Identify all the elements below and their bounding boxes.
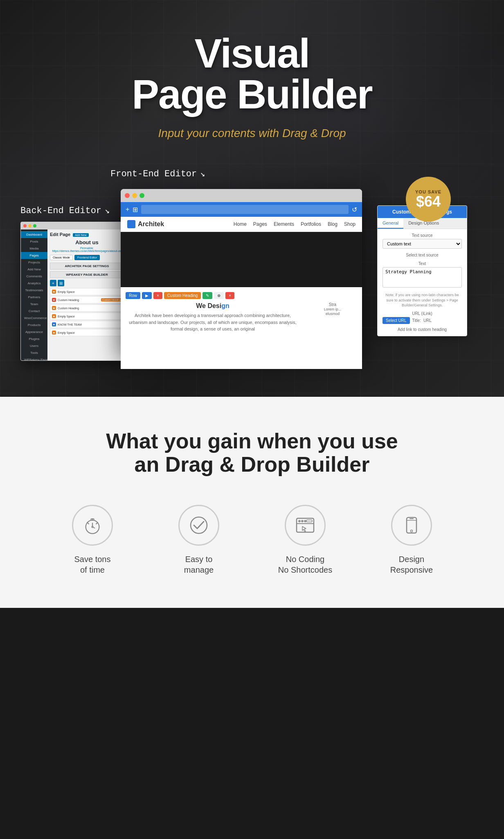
wp-item-label-4: Empty Space [58,315,75,318]
panel-tab-general[interactable]: General [378,218,403,229]
url-link-label: Add link to custom heading [382,327,462,332]
wp-builder-grid-btn[interactable]: ⊞ [58,280,64,286]
wp-sidebar-team[interactable]: Team [21,301,47,308]
browser-dot-green [140,193,144,198]
wp-sidebar-plugins[interactable]: Plugins [21,335,47,342]
wp-dot-red [23,224,27,227]
wp-sidebar-partners[interactable]: Partners [21,294,47,301]
browser-toolbar: + ⊞ ↺ [121,202,362,217]
browser-cursor-icon [295,515,315,535]
hero-title: Visual Page Builder [16,33,488,115]
wp-sidebar-add-new[interactable]: Add New [21,266,47,273]
browser-nav-menu: Home Pages Elements Portfolios Blog Shop [234,221,356,227]
wp-sidebar-posts[interactable]: Posts [21,238,47,245]
features-grid: Save tonsof time Easy tomanage [16,505,488,575]
site-logo: Architek [127,220,164,228]
browser-grid-icon: ⊞ [133,206,138,214]
editors-container: Front-End Editor Back-End Editor YOU SAV… [16,164,488,369]
toolbar-row-btn[interactable]: Row [126,292,140,299]
nav-elements[interactable]: Elements [274,221,294,227]
wp-item-label-3: Custom Heading [58,307,79,310]
wp-sidebar-media[interactable]: Media [21,245,47,252]
panel-body: Text source Custom text Select text sour… [378,229,467,336]
wp-sidebar-woocommerce[interactable]: WooCommerce [21,315,47,322]
svg-rect-16 [407,517,416,533]
wp-frontend-editor-btn[interactable]: Frontend Editor [74,255,100,260]
toolbar-edit-btn[interactable]: ✎ [202,292,212,299]
url-value: URL [423,318,432,323]
wp-architek-settings-label: ARCHITEK PAGE SETTINGS [50,263,124,270]
wp-dot-yellow [28,224,32,227]
wp-add-new-btn[interactable]: Add New [73,233,88,237]
wp-item-icon-1: ■ [52,290,56,294]
nav-pages[interactable]: Pages [253,221,267,227]
url-title-label: Title: [412,318,421,323]
wp-sidebar-contact[interactable]: Contact [21,308,47,315]
svg-point-11 [302,520,303,522]
wp-sidebar-products[interactable]: Products [21,322,47,328]
wp-sidebar-testimonials[interactable]: Testimonials [21,287,47,294]
nav-shop[interactable]: Shop [344,221,356,227]
feature-design-responsive: DesignResponsive [371,505,452,575]
save-badge-amount: $64 [416,194,441,209]
gain-section: What you gain when you use an Drag & Dro… [0,397,504,608]
wp-item-icon-3: ■ [52,306,56,310]
wp-builder-item-2: ■ Custom Heading Custom Heading [50,296,124,304]
nav-portfolios[interactable]: Portfolios [301,221,321,227]
wp-sidebar-pages[interactable]: Pages [21,252,47,259]
toolbar-add-btn[interactable]: ⊕ [214,292,224,299]
wp-sidebar-users[interactable]: Users [21,342,47,349]
textarea-text[interactable]: Strategy Planning [382,267,462,288]
heading-settings-panel: Custom Heading Settings General Design O… [377,205,467,336]
svg-line-3 [87,523,89,524]
wp-builder-toolbar: + ⊞ [50,280,124,286]
gain-title: What you gain when you use an Drag & Dro… [16,430,488,476]
wp-sidebar-appearance[interactable]: Appearance [21,328,47,335]
save-badge: YOU SAVE $64 [406,177,451,222]
wp-sidebar-projects[interactable]: Projects [21,259,47,266]
wp-item-icon-5: ■ [52,322,56,326]
editing-page-title: We Design [126,302,300,310]
wp-sidebar-comments[interactable]: Comments [21,273,47,280]
wp-item-label-1: Empty Space [58,290,75,293]
toolbar-close-btn[interactable]: × [225,292,234,299]
wp-item-label-2: Custom Heading [58,299,79,301]
panel-note: Note: if you are using non-latin charact… [382,292,462,308]
nav-blog[interactable]: Blog [328,221,338,227]
toolbar-play-btn[interactable]: ▶ [142,292,152,299]
wp-about-us: About us [50,239,124,245]
checkmark-icon [189,515,209,535]
feature-no-coding-label: No CodingNo Shortcodes [278,554,332,575]
wp-builder-item-5: ■ KNOW THE TEAM [50,321,124,328]
field-element-tag: Element tag h3 [382,336,462,336]
svg-line-4 [96,523,98,524]
browser-address-bar [141,205,349,214]
wp-item-icon-2: ■ [52,298,56,302]
select-text-source[interactable]: Custom text [382,239,462,249]
wp-builder-plus-btn[interactable]: + [50,280,56,286]
wp-edit-page-title: Edit Page [50,232,70,237]
wp-permalink-url: https://demos.themes.co/architek/item/pa… [52,250,122,252]
wp-sidebar-dashboard[interactable]: Dashboard [21,231,47,238]
toolbar-custom-heading-btn[interactable]: Custom Heading [164,292,201,299]
wp-classic-mode-btn[interactable]: Classic Mode [50,255,73,260]
toolbar-delete-btn[interactable]: × [153,292,162,299]
backend-editor-label: Back-End Editor [20,205,110,216]
field-text: Text Strategy Planning [382,261,462,288]
frontend-editing-overlay: Row ▶ × Custom Heading ✎ ⊕ × We Design A… [121,287,362,369]
wp-dot-green [33,224,36,227]
browser-nav-bar: Architek Home Pages Elements Portfolios … [121,217,362,232]
select-url-btn[interactable]: Select URL [382,317,410,324]
browser-dot-yellow [132,193,137,198]
wp-sidebar-analytics[interactable]: Analytics [21,280,47,287]
wp-titlebar [21,222,126,229]
hero-content: Visual Page Builder Input your contents … [16,33,488,140]
strategy-label: Stra Lorem ip...elusmod [308,302,357,333]
wp-sidebar-wpbakery[interactable]: WPBakery Page Builder [21,356,47,361]
feature-easy-manage: Easy tomanage [158,505,240,575]
browser-titlebar [121,189,362,202]
wp-sidebar-tools[interactable]: Tools [21,349,47,356]
mobile-icon [401,515,422,535]
nav-home[interactable]: Home [234,221,247,227]
wp-item-label-5: KNOW THE TEAM [58,323,82,326]
